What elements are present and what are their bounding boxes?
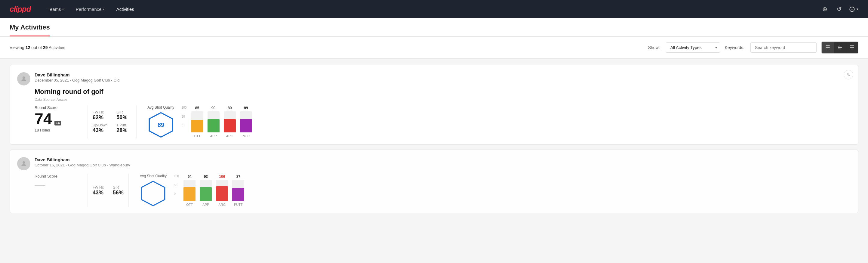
bar-putt-value: 87 [237,175,240,179]
score-badge: +4 [55,121,61,125]
user-menu-button[interactable]: ⊙ ▾ [849,4,858,14]
nav-links: Teams ▾ Performance ▾ Activities [43,4,820,14]
search-input[interactable] [750,42,816,53]
activity-type-select[interactable]: All Activity Types [666,42,720,53]
viewing-count-text: Viewing 12 out of 29 Activities [10,45,643,50]
viewing-total: 29 [43,45,48,50]
bar-app-value: 90 [211,106,215,110]
user-avatar-icon: ⊙ [849,4,856,14]
bar-app: 93 APP [200,175,212,206]
updown-label: Up/Down [93,123,107,127]
nav-actions: ⊕ ↺ ⊙ ▾ [820,4,858,14]
round-score-section: Round Score 74 +4 18 Holes [35,105,83,139]
view-toggles: ☰ ⁜ ☰ [822,41,858,54]
stats-divider-2 [136,105,136,139]
viewing-count: 12 [26,45,30,50]
oneputt-label: 1 Putt [116,123,131,127]
bar-putt-label: PUTT [234,203,243,206]
bar-putt: 87 PUTT [232,175,244,206]
round-score-section: Round Score — [35,174,83,207]
gir-value: 56% [113,189,124,196]
bar-y-mid: 50 [182,115,187,118]
bar-arg-value: 106 [219,175,225,179]
card-stats-row: Round Score — FW Hit 43% GIR 56% [35,174,851,207]
bar-y-bot: 0 [182,124,187,127]
svg-point-3 [23,161,25,164]
oneputt-value: 28% [116,127,131,134]
bar-ott: 94 OTT [183,175,195,206]
logo[interactable]: clippd [10,4,31,14]
round-score-holes: 18 Holes [35,128,83,133]
nav-performance[interactable]: Performance ▾ [71,4,109,14]
refresh-button[interactable]: ↺ [834,4,844,14]
edit-button[interactable]: ✎ [844,70,853,80]
nav-teams-label: Teams [48,7,61,12]
card-activity-title: Morning round of golf [35,88,851,96]
fw-hit-value: 62% [93,114,107,121]
bar-ott-value: 94 [188,175,192,179]
bar-y-top: 100 [174,175,179,178]
svg-point-0 [23,77,25,79]
bar-arg-track [224,111,236,133]
gir-value: 50% [116,114,131,121]
bar-ott-value: 85 [195,106,199,110]
bar-app-value: 93 [204,175,208,179]
bar-app-label: APP [203,203,209,206]
bar-putt-label: PUTT [242,134,250,138]
add-button[interactable]: ⊕ [820,4,830,14]
bar-putt-track [240,111,252,133]
hexagon-icon [140,180,166,207]
svg-marker-4 [142,181,165,206]
bar-arg-track [216,180,228,201]
card-user-info: Dave Billingham October 16, 2021 · Gog M… [35,157,851,167]
hexagon-icon: 89 [147,111,175,139]
bar-chart: 100 50 0 85 OTT [182,106,252,138]
bar-app-track [200,180,212,201]
nav-performance-label: Performance [76,7,102,12]
main-content: ✎ Dave Billingham December 05, 2021 · Go… [0,59,868,224]
round-score-label: Round Score [35,105,83,110]
performance-chevron-icon: ▾ [103,7,104,11]
bar-ott-label: OTT [194,134,200,138]
bar-putt-fill [240,119,252,133]
bar-arg-value: 89 [228,106,231,110]
card-date-course: December 05, 2021 · Gog Magog Golf Club … [35,78,851,83]
gir-label: GIR [116,110,131,114]
hex-container: Avg Shot Quality [140,174,166,207]
viewing-suffix: Activities [48,45,65,50]
bar-arg-label: ARG [218,203,225,206]
nav-activities[interactable]: Activities [112,4,139,14]
oneputt-stat: 1 Putt 28% [116,123,131,134]
fw-hit-value: 43% [93,189,104,196]
shot-quality-section: Avg Shot Quality 89 100 50 0 [142,105,851,139]
bar-ott-track [183,180,195,201]
gir-stat: GIR 50% [116,110,131,121]
list-detail-view-button[interactable]: ☰ [846,42,858,53]
card-stats-row: Round Score 74 +4 18 Holes FW Hit 62% GI… [35,105,851,139]
bar-y-top: 100 [182,106,187,109]
shot-quality-section: Avg Shot Quality 100 50 0 94 [133,174,851,207]
bar-chart: 100 50 0 94 OTT [174,175,244,206]
round-score-value-row: — [35,180,83,191]
bar-ott-track [191,111,203,133]
fw-hit-label: FW Hit [93,185,104,189]
list-compact-view-button[interactable]: ☰ [822,42,834,53]
fw-hit-stat: FW Hit 43% [93,185,104,196]
teams-chevron-icon: ▾ [62,7,64,11]
avatar [17,72,30,85]
bar-putt-track [232,180,244,201]
keywords-label: Keywords: [725,45,744,50]
avatar [17,157,30,170]
nav-teams[interactable]: Teams ▾ [43,4,69,14]
stats-divider [88,105,88,139]
fw-hit-stat: FW Hit 62% [93,110,107,121]
stats-grid: FW Hit 62% GIR 50% Up/Down 43% 1 Putt 28… [93,110,131,134]
activity-card: Dave Billingham October 16, 2021 · Gog M… [10,150,858,213]
bar-app-track [208,111,220,133]
bar-putt: 89 PUTT [240,106,252,138]
gir-stat: GIR 56% [113,185,124,196]
gir-label: GIR [113,185,124,189]
bar-arg: 89 ARG [224,106,236,138]
grid-view-button[interactable]: ⁜ [834,42,846,53]
stats-grid: FW Hit 43% GIR 56% [93,185,124,196]
